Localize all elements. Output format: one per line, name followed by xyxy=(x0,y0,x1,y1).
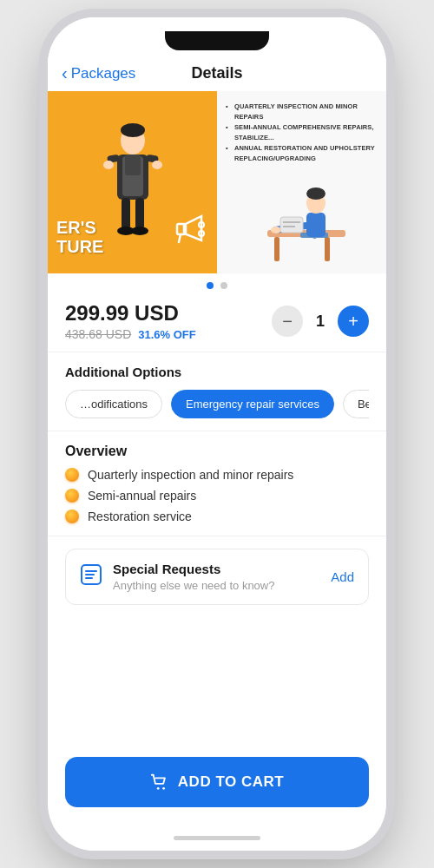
price-section: 299.99 USD 438.68 USD 31.6% OFF − 1 + xyxy=(48,298,386,352)
svg-point-33 xyxy=(157,787,160,790)
additional-options-section: Additional Options …odifications Emergen… xyxy=(48,352,386,431)
current-price: 299.99 USD xyxy=(65,301,196,326)
svg-rect-26 xyxy=(280,217,303,233)
carousel-dot-1[interactable] xyxy=(207,282,214,289)
svg-point-7 xyxy=(103,161,114,169)
megaphone-icon xyxy=(170,209,205,247)
options-scroll[interactable]: …odifications Emergency repair services … xyxy=(65,390,369,422)
option-chip-emergency[interactable]: Emergency repair services xyxy=(171,390,334,418)
svg-rect-4 xyxy=(125,155,141,175)
overview-section: Overview Quarterly inspection and minor … xyxy=(48,431,386,536)
add-to-cart-area: ADD TO CART xyxy=(48,745,386,825)
overview-item-1: Quarterly inspection and minor repairs xyxy=(65,468,369,482)
quantity-decrease-button[interactable]: − xyxy=(272,306,303,337)
slide-bullet-3: ANNUAL RESTORATION AND UPHOLSTERY REPLAC… xyxy=(226,143,378,164)
special-requests-wrapper: Special Requests Anything else we need t… xyxy=(48,536,386,617)
chevron-left-icon: ‹ xyxy=(62,63,68,83)
svg-point-12 xyxy=(131,227,148,235)
slide-bullet-1: QUARTERLY INSPECTION AND MINOR REPAIRS xyxy=(226,102,378,122)
overview-item-3: Restoration service xyxy=(65,510,369,523)
svg-point-34 xyxy=(162,787,165,790)
original-price-row: 438.68 USD 31.6% OFF xyxy=(65,327,196,341)
svg-rect-19 xyxy=(325,237,330,261)
special-requests-icon xyxy=(80,563,102,591)
svg-line-14 xyxy=(179,234,181,242)
home-indicator xyxy=(174,836,260,840)
overview-text-1: Quarterly inspection and minor repairs xyxy=(88,468,293,482)
svg-point-1 xyxy=(121,123,145,137)
special-requests-subtitle: Anything else we need to know? xyxy=(113,579,320,592)
slide-right-text: QUARTERLY INSPECTION AND MINOR REPAIRS S… xyxy=(217,91,386,169)
quantity-increase-button[interactable]: + xyxy=(338,306,369,337)
slide-bullet-2: SEMI-ANNUAL COMPREHENSIVE REPAIRS, STABI… xyxy=(226,122,378,143)
carousel-slide-left: ER'S TURE xyxy=(48,91,217,273)
orange-dot-3 xyxy=(65,510,79,523)
add-to-cart-button[interactable]: ADD TO CART xyxy=(65,757,369,807)
price-info: 299.99 USD 438.68 USD 31.6% OFF xyxy=(65,301,196,341)
back-label: Packages xyxy=(71,65,136,82)
special-requests-section: Special Requests Anything else we need t… xyxy=(65,549,369,605)
special-requests-title: Special Requests xyxy=(113,562,320,576)
request-content: Special Requests Anything else we need t… xyxy=(113,562,320,592)
svg-rect-18 xyxy=(274,237,279,261)
back-button[interactable]: ‹ Packages xyxy=(62,63,135,83)
image-carousel[interactable]: ER'S TURE QUARTERLY INSPECTION AND MINOR… xyxy=(48,91,386,273)
carousel-dot-2[interactable] xyxy=(220,282,227,289)
carousel-slide-right: QUARTERLY INSPECTION AND MINOR REPAIRS S… xyxy=(217,91,386,273)
add-to-cart-label: ADD TO CART xyxy=(178,773,284,791)
overview-text-3: Restoration service xyxy=(88,510,192,523)
orange-dot-2 xyxy=(65,489,79,503)
add-special-request-button[interactable]: Add xyxy=(331,569,354,584)
option-chip-bespoke[interactable]: Bespoke xyxy=(343,390,369,418)
svg-point-24 xyxy=(306,187,326,200)
slide-right-illustration xyxy=(217,169,386,273)
slide-text: ER'S TURE xyxy=(56,218,103,256)
slide-line2: TURE xyxy=(56,237,103,256)
additional-options-label: Additional Options xyxy=(65,365,369,379)
cart-icon xyxy=(150,773,169,792)
home-indicator-area xyxy=(48,825,386,851)
orange-dot-1 xyxy=(65,468,79,482)
svg-rect-9 xyxy=(122,198,130,229)
overview-items: Quarterly inspection and minor repairs S… xyxy=(65,468,369,523)
carousel-dots xyxy=(48,273,386,298)
original-price: 438.68 USD xyxy=(65,327,131,341)
svg-point-8 xyxy=(152,161,162,169)
slide-line1: ER'S xyxy=(56,218,103,237)
discount-badge: 31.6% OFF xyxy=(138,328,195,341)
header: ‹ Packages Details xyxy=(48,56,386,91)
quantity-control: − 1 + xyxy=(272,306,369,337)
svg-rect-10 xyxy=(135,198,144,229)
overview-item-2: Semi-annual repairs xyxy=(65,489,369,503)
page-title: Details xyxy=(191,64,242,82)
option-chip-modifications[interactable]: …odifications xyxy=(65,390,162,418)
overview-title: Overview xyxy=(65,444,369,459)
quantity-value: 1 xyxy=(313,312,327,331)
overview-text-2: Semi-annual repairs xyxy=(88,489,196,503)
svg-point-25 xyxy=(271,227,281,233)
